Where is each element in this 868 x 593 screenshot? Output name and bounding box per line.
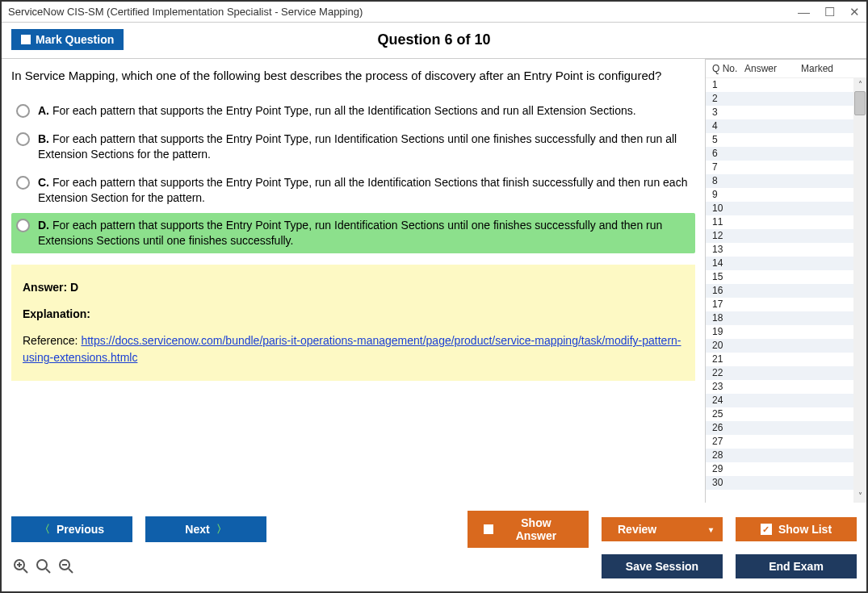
scrollbar-track[interactable]: ˄ ˅ bbox=[853, 78, 866, 503]
question-row[interactable]: 15 bbox=[706, 270, 866, 284]
zoom-reset-icon[interactable] bbox=[36, 558, 52, 574]
footer: 〈 Previous Next 〉 Show Answer Review ▾ ✓… bbox=[2, 503, 866, 591]
zoom-out-icon[interactable] bbox=[58, 558, 74, 574]
radio-icon[interactable] bbox=[16, 132, 30, 146]
chevron-down-icon: ▾ bbox=[709, 525, 713, 534]
question-row[interactable]: 25 bbox=[706, 407, 866, 421]
previous-button[interactable]: 〈 Previous bbox=[11, 516, 132, 542]
option-text: B. For each pattern that supports the En… bbox=[38, 132, 690, 162]
previous-label: Previous bbox=[57, 523, 104, 536]
question-row[interactable]: 29 bbox=[706, 462, 866, 476]
question-row[interactable]: 30 bbox=[706, 476, 866, 490]
titlebar: ServiceNow CIS-SM (Certified Implementat… bbox=[2, 2, 866, 23]
radio-icon[interactable] bbox=[16, 176, 30, 190]
question-row[interactable]: 17 bbox=[706, 298, 866, 311]
review-label: Review bbox=[618, 523, 656, 536]
answer-explanation-box: Answer: D Explanation: Reference: https:… bbox=[11, 265, 695, 381]
next-button[interactable]: Next 〉 bbox=[145, 516, 266, 542]
explanation-label: Explanation: bbox=[23, 306, 684, 323]
next-label: Next bbox=[185, 523, 209, 536]
check-icon: ✓ bbox=[761, 524, 772, 535]
reference-line: Reference: https://docs.servicenow.com/b… bbox=[23, 332, 684, 366]
question-row[interactable]: 14 bbox=[706, 257, 866, 270]
question-row[interactable]: 3 bbox=[706, 106, 866, 119]
option-d[interactable]: D. For each pattern that supports the En… bbox=[11, 213, 695, 253]
question-row[interactable]: 10 bbox=[706, 202, 866, 215]
mark-question-button[interactable]: Mark Question bbox=[11, 29, 124, 50]
chevron-right-icon: 〉 bbox=[216, 522, 227, 537]
option-text: C. For each pattern that supports the En… bbox=[38, 175, 690, 206]
col-marked: Marked bbox=[801, 63, 863, 74]
question-row[interactable]: 26 bbox=[706, 421, 866, 435]
answer-line: Answer: D bbox=[23, 279, 684, 296]
show-answer-label: Show Answer bbox=[500, 516, 572, 542]
question-row[interactable]: 8 bbox=[706, 174, 866, 188]
scrollbar-thumb[interactable] bbox=[854, 91, 866, 115]
close-icon[interactable]: ✕ bbox=[849, 5, 860, 19]
radio-icon[interactable] bbox=[16, 219, 30, 232]
question-row[interactable]: 28 bbox=[706, 449, 866, 462]
option-a[interactable]: A. For each pattern that supports the En… bbox=[11, 98, 695, 123]
options-group: A. For each pattern that supports the En… bbox=[11, 98, 695, 253]
question-row[interactable]: 27 bbox=[706, 435, 866, 449]
option-b[interactable]: B. For each pattern that supports the En… bbox=[11, 127, 695, 167]
question-row[interactable]: 5 bbox=[706, 133, 866, 147]
end-exam-button[interactable]: End Exam bbox=[736, 554, 857, 578]
question-row[interactable]: 18 bbox=[706, 311, 866, 325]
col-qno: Q No. bbox=[712, 63, 744, 74]
svg-line-5 bbox=[46, 569, 50, 573]
svg-line-7 bbox=[69, 569, 73, 573]
question-row[interactable]: 4 bbox=[706, 119, 866, 133]
question-list[interactable]: 1234567891011121314151617181920212223242… bbox=[706, 78, 866, 503]
show-answer-button[interactable]: Show Answer bbox=[468, 511, 589, 548]
radio-icon[interactable] bbox=[16, 104, 30, 118]
chevron-left-icon: 〈 bbox=[40, 522, 50, 537]
footer-row-1: 〈 Previous Next 〉 Show Answer Review ▾ ✓… bbox=[11, 511, 857, 548]
minimize-icon[interactable]: — bbox=[798, 5, 810, 19]
question-row[interactable]: 24 bbox=[706, 394, 866, 407]
show-list-label: Show List bbox=[778, 523, 832, 536]
question-row[interactable]: 12 bbox=[706, 229, 866, 243]
question-row[interactable]: 1 bbox=[706, 78, 866, 92]
maximize-icon[interactable]: ☐ bbox=[824, 5, 835, 19]
question-row[interactable]: 16 bbox=[706, 284, 866, 298]
scroll-down-icon[interactable]: ˅ bbox=[853, 490, 866, 503]
question-row[interactable]: 6 bbox=[706, 147, 866, 161]
question-row[interactable]: 7 bbox=[706, 161, 866, 174]
question-header: Question 6 of 10 bbox=[377, 31, 490, 48]
scroll-up-icon[interactable]: ˄ bbox=[853, 78, 866, 91]
option-c[interactable]: C. For each pattern that supports the En… bbox=[11, 170, 695, 211]
app-window: ServiceNow CIS-SM (Certified Implementat… bbox=[0, 0, 868, 593]
question-row[interactable]: 22 bbox=[706, 366, 866, 380]
question-row[interactable]: 20 bbox=[706, 339, 866, 353]
question-row[interactable]: 2 bbox=[706, 92, 866, 106]
col-answer: Answer bbox=[744, 63, 801, 74]
svg-point-4 bbox=[37, 560, 47, 570]
question-row[interactable]: 23 bbox=[706, 380, 866, 394]
question-row[interactable]: 9 bbox=[706, 188, 866, 202]
zoom-in-icon[interactable] bbox=[13, 558, 29, 574]
body: In Service Mapping, which one of the fol… bbox=[2, 59, 866, 503]
reference-link[interactable]: https://docs.servicenow.com/bundle/paris… bbox=[23, 334, 681, 364]
checkbox-icon bbox=[21, 35, 31, 44]
window-controls: — ☐ ✕ bbox=[798, 5, 860, 19]
save-session-button[interactable]: Save Session bbox=[602, 554, 723, 578]
option-text: D. For each pattern that supports the En… bbox=[38, 218, 690, 248]
question-row[interactable]: 19 bbox=[706, 325, 866, 339]
question-row[interactable]: 13 bbox=[706, 243, 866, 257]
svg-line-1 bbox=[23, 569, 27, 573]
sidebar-header: Q No. Answer Marked bbox=[706, 60, 866, 78]
question-row[interactable]: 11 bbox=[706, 215, 866, 229]
review-button[interactable]: Review ▾ bbox=[602, 517, 723, 541]
question-text: In Service Mapping, which one of the fol… bbox=[11, 67, 695, 84]
show-list-button[interactable]: ✓ Show List bbox=[736, 517, 857, 541]
window-title: ServiceNow CIS-SM (Certified Implementat… bbox=[8, 6, 798, 18]
save-session-label: Save Session bbox=[626, 560, 698, 573]
question-row[interactable]: 21 bbox=[706, 353, 866, 366]
checkbox-icon bbox=[484, 524, 493, 534]
end-exam-label: End Exam bbox=[769, 560, 824, 573]
question-list-sidebar: Q No. Answer Marked 12345678910111213141… bbox=[705, 59, 866, 503]
zoom-controls bbox=[11, 558, 74, 574]
footer-row-2: Save Session End Exam bbox=[11, 554, 857, 578]
mark-question-label: Mark Question bbox=[36, 33, 114, 46]
